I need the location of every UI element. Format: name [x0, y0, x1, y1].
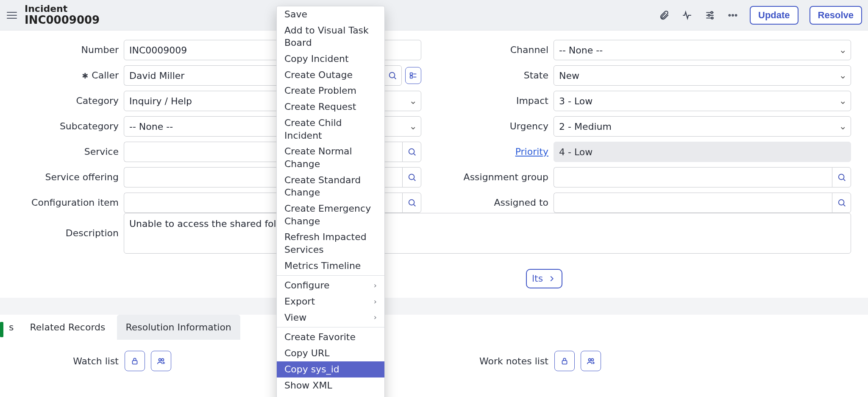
- svg-point-11: [409, 200, 414, 205]
- caller-lookup-icon[interactable]: [383, 65, 402, 86]
- svg-point-5: [735, 14, 737, 16]
- svg-rect-7: [410, 73, 413, 75]
- update-button[interactable]: Update: [750, 6, 798, 25]
- menu-create-problem[interactable]: Create Problem: [277, 83, 384, 99]
- priority-label[interactable]: Priority: [447, 145, 548, 158]
- svg-rect-17: [562, 361, 567, 364]
- tab-related-records[interactable]: Related Records: [21, 315, 114, 340]
- svg-point-12: [838, 174, 844, 180]
- settings-sliders-icon[interactable]: [704, 9, 716, 21]
- menu-create-favorite[interactable]: Create Favorite: [277, 329, 384, 345]
- active-tab-indicator: [0, 322, 3, 337]
- menu-create-child-incident[interactable]: Create Child Incident: [277, 115, 384, 143]
- urgency-label: Urgency: [447, 120, 548, 133]
- svg-point-18: [589, 359, 591, 361]
- menu-create-emergency-change[interactable]: Create Emergency Change: [277, 201, 384, 229]
- chevron-right-icon: ›: [374, 312, 377, 322]
- watch-list-lock-icon[interactable]: [125, 351, 145, 371]
- menu-export[interactable]: Export›: [277, 294, 384, 310]
- menu-copy-sys-id[interactable]: Copy sys_id: [277, 361, 384, 377]
- menu-history[interactable]: History›: [277, 393, 384, 397]
- svg-point-4: [732, 14, 733, 16]
- svg-point-9: [409, 149, 414, 154]
- menu-copy-url[interactable]: Copy URL: [277, 345, 384, 361]
- svg-point-10: [409, 174, 414, 180]
- svg-point-16: [161, 359, 164, 361]
- tab-stub[interactable]: s: [6, 315, 18, 340]
- work-notes-list-row: Work notes list: [447, 351, 851, 371]
- results-pill[interactable]: lts: [526, 269, 562, 288]
- menu-create-outage[interactable]: Create Outage: [277, 67, 384, 83]
- category-label: Category: [17, 95, 119, 107]
- configuration-item-lookup-icon[interactable]: [402, 193, 421, 213]
- menu-add-visual-task-board[interactable]: Add to Visual Task Board: [277, 22, 384, 51]
- description-textarea[interactable]: [124, 213, 851, 254]
- menu-create-standard-change[interactable]: Create Standard Change: [277, 172, 384, 201]
- svg-point-0: [711, 11, 712, 13]
- record-header: Incident INC0009009 Update Resolve: [0, 0, 868, 31]
- assigned-to-label: Assigned to: [447, 196, 548, 209]
- svg-point-1: [708, 14, 710, 16]
- menu-create-normal-change[interactable]: Create Normal Change: [277, 143, 384, 172]
- caller-label: Caller: [17, 69, 119, 82]
- svg-point-6: [389, 73, 395, 78]
- activity-icon[interactable]: [681, 9, 693, 21]
- work-notes-add-group-icon[interactable]: [581, 351, 601, 371]
- menu-save[interactable]: Save: [277, 6, 384, 22]
- attachment-icon[interactable]: [658, 9, 670, 21]
- assignment-group-label: Assignment group: [447, 171, 548, 184]
- results-pill-label: lts: [532, 272, 543, 285]
- assigned-to-input[interactable]: [554, 193, 832, 213]
- assignment-group-lookup-icon[interactable]: [832, 167, 851, 187]
- number-label: Number: [17, 44, 119, 56]
- service-lookup-icon[interactable]: [402, 142, 421, 162]
- more-actions-icon[interactable]: [727, 9, 739, 21]
- impact-label: Impact: [447, 95, 548, 107]
- menu-toggle-icon[interactable]: [6, 9, 18, 21]
- assigned-to-lookup-icon[interactable]: [832, 193, 851, 213]
- svg-point-19: [591, 359, 594, 361]
- assignment-group-input[interactable]: [554, 167, 832, 187]
- configuration-item-label: Configuration item: [17, 196, 119, 209]
- menu-view[interactable]: View›: [277, 310, 384, 326]
- channel-select[interactable]: [554, 40, 851, 60]
- caller-preview-icon[interactable]: [405, 67, 421, 84]
- impact-select[interactable]: [554, 91, 851, 111]
- svg-point-2: [711, 17, 713, 19]
- subcategory-label: Subcategory: [17, 120, 119, 133]
- resolve-button[interactable]: Resolve: [810, 6, 862, 25]
- channel-label: Channel: [447, 44, 548, 56]
- menu-refresh-impacted-services[interactable]: Refresh Impacted Services: [277, 229, 384, 257]
- state-select[interactable]: [554, 65, 851, 86]
- watch-list-add-group-icon[interactable]: [151, 351, 171, 371]
- urgency-select[interactable]: [554, 116, 851, 137]
- svg-rect-14: [133, 361, 137, 364]
- svg-rect-8: [410, 76, 413, 78]
- svg-point-15: [159, 359, 161, 361]
- work-notes-lock-icon[interactable]: [554, 351, 575, 371]
- state-label: State: [447, 69, 548, 82]
- menu-show-xml[interactable]: Show XML: [277, 377, 384, 394]
- menu-metrics-timeline[interactable]: Metrics Timeline: [277, 258, 384, 274]
- svg-point-3: [729, 14, 730, 16]
- menu-copy-incident[interactable]: Copy Incident: [277, 51, 384, 67]
- service-label: Service: [17, 145, 119, 158]
- menu-create-request[interactable]: Create Request: [277, 99, 384, 115]
- record-title: Incident INC0009009: [25, 3, 100, 27]
- context-menu: Save Add to Visual Task Board Copy Incid…: [276, 6, 385, 397]
- service-offering-lookup-icon[interactable]: [402, 167, 421, 187]
- watch-list-label: Watch list: [17, 355, 119, 368]
- chevron-right-icon: ›: [374, 296, 377, 307]
- tab-resolution-information[interactable]: Resolution Information: [117, 315, 240, 340]
- description-label: Description: [17, 227, 119, 240]
- section-band: [0, 298, 868, 315]
- priority-value: [554, 142, 851, 162]
- svg-point-13: [838, 200, 844, 205]
- menu-configure[interactable]: Configure›: [277, 277, 384, 294]
- record-number-label: INC0009009: [25, 14, 100, 27]
- menu-separator: [277, 327, 384, 327]
- chevron-right-icon: ›: [374, 280, 377, 291]
- record-type-label: Incident: [25, 3, 100, 14]
- chevron-right-icon: [547, 274, 556, 283]
- header-icon-group: [658, 9, 739, 21]
